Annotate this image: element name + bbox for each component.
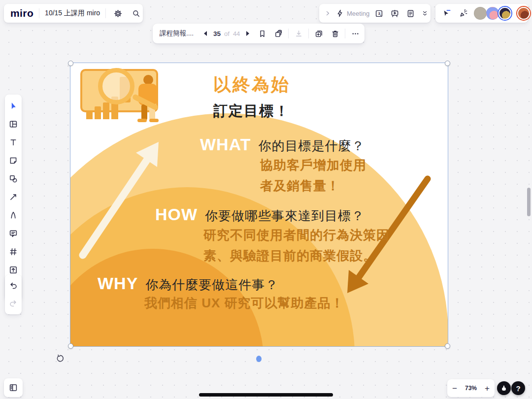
slide-heading: 以終為始 訂定目標！	[213, 73, 290, 121]
avatar[interactable]	[499, 7, 511, 20]
selection-handle-ne[interactable]	[445, 61, 450, 66]
answer-how-line1: 研究不同使用者間的行為決策因	[203, 225, 390, 245]
divider	[39, 8, 39, 18]
prev-frame-button[interactable]	[201, 27, 210, 40]
select-tool-button[interactable]	[7, 100, 20, 112]
person-head	[143, 75, 153, 85]
notes-button[interactable]	[404, 7, 417, 20]
frame-hash-icon	[8, 247, 18, 257]
zoom-controls: − 73% +	[447, 379, 495, 397]
shapes-tool-button[interactable]	[7, 172, 20, 185]
selection-handle-nw[interactable]	[68, 61, 73, 66]
slide-title: 以終為始	[213, 73, 290, 97]
triangle-left-icon	[204, 31, 207, 36]
board-title[interactable]: 10/15 上課用 miro	[45, 9, 100, 18]
search-icon	[132, 9, 141, 18]
section-what: WHAT 你的目標是什麼？	[200, 135, 365, 155]
follow-mode-button[interactable]	[440, 7, 453, 20]
collapse-meeting-button[interactable]	[323, 7, 332, 20]
bookmark-icon	[258, 29, 267, 38]
redo-button[interactable]	[7, 297, 20, 310]
answer-what: 協助客戶增加使用 者及銷售量！	[260, 155, 366, 196]
home-indicator	[199, 393, 333, 397]
duplicate-icon	[314, 29, 324, 38]
keyword-what: WHAT	[200, 135, 251, 154]
zoom-level[interactable]: 73%	[465, 385, 477, 392]
meeting-toolbar: Meeting 3	[319, 4, 431, 23]
section-why: WHY 你為什麼要做這件事？	[98, 274, 278, 294]
answer-how: 研究不同使用者間的行為決策因 素、與驗證目前的商業假設。	[203, 225, 390, 266]
upload-icon	[8, 265, 18, 275]
download-icon	[294, 29, 303, 38]
comment-tool-button[interactable]	[7, 227, 20, 240]
question-how: 你要做哪些事來達到目標？	[205, 207, 365, 225]
frames-overview-button[interactable]	[272, 27, 285, 40]
app-header: miro 10/15 上課用 miro	[4, 4, 143, 23]
templates-tool-button[interactable]	[7, 118, 20, 131]
follow-cursor-icon	[442, 8, 452, 18]
selection-handle-sw[interactable]	[68, 343, 73, 349]
sticky-note-icon	[8, 156, 18, 166]
bookmark-button[interactable]	[256, 27, 268, 40]
presentation-icon	[390, 9, 399, 18]
meeting-energy-button[interactable]	[335, 7, 345, 20]
text-tool-button[interactable]	[7, 136, 20, 149]
keyword-how: HOW	[155, 205, 198, 224]
reaction-pen-icon	[459, 8, 468, 18]
person-foot	[149, 119, 159, 122]
keyword-why: WHY	[98, 274, 138, 293]
board-canvas[interactable]: 以終為始 訂定目標！ WHAT 你的目標是什麼？ 協助客戶增加使用 者及銷售量！…	[0, 0, 532, 399]
connector-tool-button[interactable]	[7, 191, 20, 203]
reactions-button[interactable]	[457, 7, 470, 20]
avatar-self[interactable]	[517, 7, 530, 20]
tool-palette	[5, 95, 22, 299]
present-button[interactable]	[388, 7, 401, 20]
frames-panel-button[interactable]	[4, 378, 23, 397]
next-frame-button[interactable]	[243, 27, 252, 40]
sticky-note-tool-button[interactable]	[7, 154, 20, 167]
miro-logo[interactable]: miro	[10, 7, 33, 19]
question-why: 你為什麼要做這件事？	[145, 276, 278, 294]
arrow-icon	[8, 192, 18, 202]
download-button[interactable]	[292, 27, 305, 40]
magnifier-lens-icon	[98, 68, 134, 104]
duplicate-button[interactable]	[312, 27, 325, 40]
zoom-out-button[interactable]: −	[452, 384, 457, 393]
answer-what-line2: 者及銷售量！	[260, 175, 366, 196]
gestures-button[interactable]	[497, 381, 511, 395]
triangle-right-icon	[246, 31, 249, 36]
cursor-icon	[8, 101, 18, 111]
slide-frame[interactable]: 以終為始 訂定目標！ WHAT 你的目標是什麼？ 協助客戶增加使用 者及銷售量！…	[70, 63, 448, 346]
avatar[interactable]	[474, 7, 487, 20]
svg-text:3: 3	[378, 11, 380, 16]
undo-button[interactable]	[7, 279, 20, 292]
delete-button[interactable]	[329, 27, 341, 40]
rotate-handle[interactable]	[55, 354, 65, 364]
chart-bar	[103, 102, 109, 119]
meeting-label[interactable]: Meeting	[347, 10, 369, 17]
agenda-button[interactable]: 3	[372, 7, 385, 20]
pointing-hand-icon	[500, 384, 508, 392]
zoom-in-button[interactable]: +	[485, 384, 490, 393]
frame-name[interactable]: 課程簡報....	[160, 29, 194, 38]
question-mark-icon: ?	[516, 384, 520, 393]
vertical-scrollbar[interactable]	[527, 188, 531, 216]
comment-icon	[8, 229, 18, 238]
divider	[308, 29, 309, 38]
templates-icon	[8, 119, 18, 129]
answer-why: 我們相信 UX 研究可以幫助產品！	[144, 293, 344, 313]
more-options-button[interactable]	[349, 27, 362, 40]
settings-button[interactable]	[111, 7, 124, 20]
answer-why-line1: 我們相信 UX 研究可以幫助產品！	[144, 293, 344, 313]
frame-tool-button[interactable]	[7, 245, 20, 258]
trash-icon	[331, 29, 340, 38]
avatar[interactable]	[486, 7, 499, 20]
chevron-right-icon	[324, 9, 332, 17]
divider	[345, 29, 345, 38]
search-button[interactable]	[130, 7, 142, 20]
more-meeting-tools-button[interactable]	[420, 7, 430, 20]
pen-tool-button[interactable]	[7, 209, 20, 222]
help-button[interactable]: ?	[511, 381, 525, 395]
side-panel-icon	[8, 383, 18, 393]
selection-handle-se[interactable]	[445, 343, 450, 349]
